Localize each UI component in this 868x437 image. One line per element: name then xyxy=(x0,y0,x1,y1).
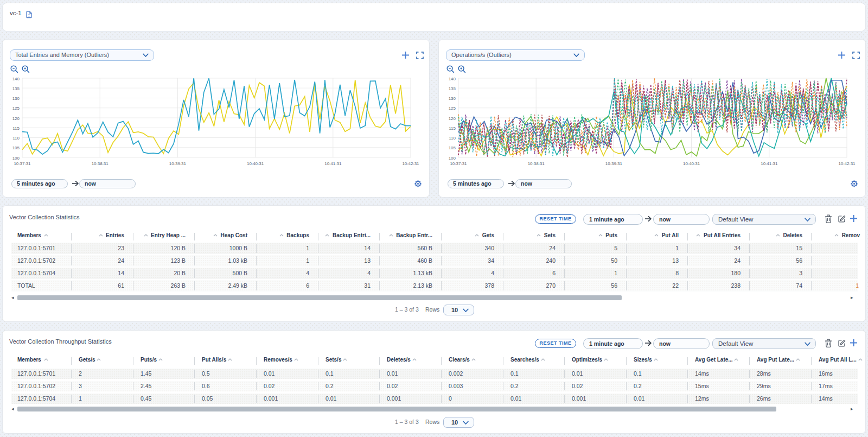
svg-text:10:37:31: 10:37:31 xyxy=(14,161,31,166)
svg-text:10:42:31: 10:42:31 xyxy=(838,161,856,166)
svg-text:125: 125 xyxy=(449,106,456,111)
svg-text:10:37:31: 10:37:31 xyxy=(450,161,467,166)
svg-text:10:41:31: 10:41:31 xyxy=(761,161,778,166)
svg-text:10:41:31: 10:41:31 xyxy=(324,161,342,166)
svg-text:110: 110 xyxy=(449,136,456,141)
svg-text:115: 115 xyxy=(12,126,20,131)
svg-text:135: 135 xyxy=(12,86,20,91)
svg-text:10:42:31: 10:42:31 xyxy=(402,161,419,166)
svg-text:100: 100 xyxy=(449,156,456,161)
svg-text:130: 130 xyxy=(449,96,456,101)
svg-text:100: 100 xyxy=(12,156,20,161)
svg-text:105: 105 xyxy=(449,145,456,150)
svg-text:110: 110 xyxy=(12,136,20,141)
svg-text:125: 125 xyxy=(12,106,20,111)
svg-text:10:38:31: 10:38:31 xyxy=(92,161,109,166)
svg-text:105: 105 xyxy=(12,145,20,150)
svg-text:140: 140 xyxy=(449,77,456,81)
svg-text:10:40:31: 10:40:31 xyxy=(247,161,264,166)
svg-text:140: 140 xyxy=(12,77,20,81)
svg-text:115: 115 xyxy=(449,126,456,131)
svg-text:10:39:31: 10:39:31 xyxy=(605,161,623,166)
svg-text:10:40:31: 10:40:31 xyxy=(683,161,700,166)
svg-text:130: 130 xyxy=(12,96,20,101)
svg-text:135: 135 xyxy=(449,86,456,91)
svg-text:120: 120 xyxy=(449,116,456,121)
svg-text:10:39:31: 10:39:31 xyxy=(169,161,187,166)
svg-text:120: 120 xyxy=(12,116,20,121)
svg-text:10:38:31: 10:38:31 xyxy=(528,161,545,166)
